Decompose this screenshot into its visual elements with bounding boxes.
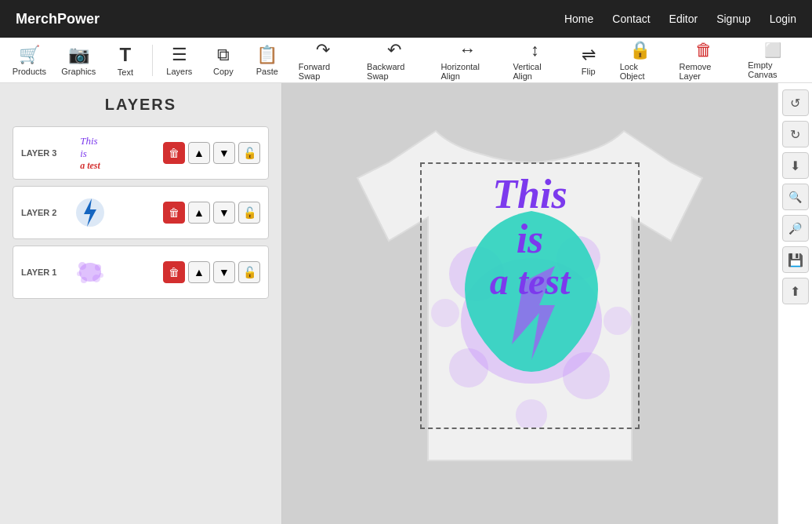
text-line1: This [437, 172, 622, 217]
lock-icon: 🔒 [629, 40, 651, 60]
nav-login[interactable]: Login [770, 13, 796, 25]
zoom-in-btn[interactable]: 🔍 [782, 184, 809, 210]
toolbar-paste[interactable]: 📋 Paste [247, 42, 288, 79]
svg-point-5 [81, 277, 87, 283]
sidebar-title: LAYERS [13, 96, 269, 114]
text-line3: a test [437, 261, 622, 303]
toolbar-empty-canvas-label: Empty Canvas [748, 60, 798, 79]
toolbar-backward-swap-label: Backward Swap [367, 62, 422, 81]
backward-swap-icon: ↶ [387, 40, 401, 60]
layer2-lock-btn[interactable]: 🔓 [238, 202, 260, 224]
layer3-delete-btn[interactable]: 🗑 [163, 142, 185, 164]
nav-signup[interactable]: Signup [716, 13, 751, 25]
layer3-lock-btn[interactable]: 🔓 [238, 142, 260, 164]
layer3-line2: is [80, 147, 100, 160]
toolbar-vertical-align-label: Vertical Align [513, 62, 557, 81]
toolbar-forward-swap[interactable]: ↷ Forward Swap [291, 37, 356, 84]
toolbar-vertical-align[interactable]: ↕ Vertical Align [506, 37, 565, 84]
nav-links: Home Contact Editor Signup Login [564, 13, 796, 25]
text-line2: is [437, 217, 622, 261]
text-overlay: This is a test [437, 172, 622, 303]
layer3-controls: 🗑 ▲ ▼ 🔓 [163, 142, 260, 164]
toolbar-backward-swap[interactable]: ↶ Backward Swap [359, 37, 430, 84]
sidebar: LAYERS LAYER 3 This is a test 🗑 ▲ ▼ 🔓 LA… [0, 83, 282, 524]
main-layout: LAYERS LAYER 3 This is a test 🗑 ▲ ▼ 🔓 LA… [0, 83, 812, 524]
toolbar-horizontal-align[interactable]: ↔ Horizontal Align [433, 37, 502, 84]
download-btn[interactable]: ⬇ [782, 152, 809, 179]
svg-point-7 [77, 271, 82, 276]
toolbar-products-label: Products [13, 67, 46, 76]
layer2-down-btn[interactable]: ▼ [213, 202, 235, 224]
toolbar-graphics[interactable]: 📷 Graphics [56, 42, 102, 79]
toolbar-flip[interactable]: ⇌ Flip [568, 42, 609, 79]
nav-editor[interactable]: Editor [669, 13, 698, 25]
cart-icon: 🛒 [19, 45, 40, 65]
toolbar-lock-object[interactable]: 🔒 Lock Object [612, 37, 669, 84]
copy-icon: ⧉ [217, 45, 230, 65]
layer1-down-btn[interactable]: ▼ [213, 261, 235, 283]
empty-canvas-icon: ⬜ [764, 42, 781, 59]
svg-point-16 [516, 399, 547, 428]
flip-icon: ⇌ [582, 45, 596, 65]
zoom-out-btn[interactable]: 🔎 [782, 215, 809, 242]
nav-contact[interactable]: Contact [612, 13, 650, 25]
layer2-graphic [73, 195, 107, 230]
layer3-text-preview: This is a test [80, 135, 100, 172]
toolbar-layers-label: Layers [166, 67, 192, 76]
layer3-line3: a test [80, 160, 100, 172]
toolbar-copy[interactable]: ⧉ Copy [203, 42, 244, 79]
layer-item-3: LAYER 3 This is a test 🗑 ▲ ▼ 🔓 [13, 126, 269, 180]
svg-point-3 [78, 262, 86, 270]
toolbar-layers[interactable]: ☰ Layers [159, 42, 200, 79]
toolbar-graphics-label: Graphics [61, 67, 96, 76]
toolbar-products[interactable]: 🛒 Products [6, 42, 53, 79]
brand: MerchPower [16, 11, 100, 27]
layer1-preview [71, 253, 110, 292]
design-canvas[interactable]: This is a test [420, 162, 640, 429]
layer3-label: LAYER 3 [21, 148, 64, 158]
layer2-preview [71, 193, 110, 232]
toolbar-flip-label: Flip [582, 67, 596, 76]
toolbar: 🛒 Products 📷 Graphics T Text ☰ Layers ⧉ … [0, 38, 812, 83]
right-tools: ↺ ↻ ⬇ 🔍 🔎 💾 ⬆ [778, 83, 812, 524]
layer1-up-btn[interactable]: ▲ [188, 261, 210, 283]
canvas-area: This is a test [282, 83, 778, 524]
undo-btn[interactable]: ↺ [782, 89, 809, 116]
layer3-preview: This is a test [71, 133, 110, 173]
export-btn[interactable]: 💾 [782, 246, 809, 273]
toolbar-text[interactable]: T Text [105, 41, 146, 80]
trash-icon: 🗑 [695, 40, 712, 60]
layer2-up-btn[interactable]: ▲ [188, 202, 210, 224]
redo-btn[interactable]: ↻ [782, 121, 809, 147]
toolbar-empty-canvas[interactable]: ⬜ Empty Canvas [740, 38, 806, 82]
layer1-delete-btn[interactable]: 🗑 [163, 261, 185, 283]
layer-item-2: LAYER 2 🗑 ▲ ▼ 🔓 [13, 186, 269, 239]
nav-home[interactable]: Home [564, 13, 593, 25]
layer3-down-btn[interactable]: ▼ [213, 142, 235, 164]
forward-swap-icon: ↷ [316, 40, 330, 60]
layer1-lock-btn[interactable]: 🔓 [238, 261, 260, 283]
navbar: MerchPower Home Contact Editor Signup Lo… [0, 0, 812, 38]
vertical-align-icon: ↕ [531, 40, 539, 60]
layer3-up-btn[interactable]: ▲ [188, 142, 210, 164]
toolbar-forward-swap-label: Forward Swap [299, 62, 348, 81]
toolbar-copy-label: Copy [213, 67, 234, 76]
horizontal-align-icon: ↔ [459, 40, 476, 60]
layers-icon: ☰ [172, 45, 187, 65]
toolbar-horizontal-align-label: Horizontal Align [440, 62, 494, 81]
svg-point-8 [99, 273, 103, 278]
text-icon: T [120, 44, 132, 66]
toolbar-remove-layer-label: Remove Layer [679, 62, 729, 81]
paste-icon: 📋 [256, 45, 277, 65]
layer1-controls: 🗑 ▲ ▼ 🔓 [163, 261, 260, 283]
layer1-label: LAYER 1 [21, 267, 64, 277]
camera-icon: 📷 [68, 45, 89, 65]
layer3-line1: This [80, 135, 100, 147]
layer2-delete-btn[interactable]: 🗑 [163, 202, 185, 224]
upload-btn[interactable]: ⬆ [782, 278, 809, 304]
tshirt-wrapper: This is a test [342, 100, 718, 508]
layer-item-1: LAYER 1 🗑 ▲ ▼ 🔓 [13, 246, 269, 299]
toolbar-text-label: Text [118, 67, 133, 77]
canvas-inner: This is a test [422, 164, 638, 428]
toolbar-remove-layer[interactable]: 🗑 Remove Layer [671, 37, 737, 84]
